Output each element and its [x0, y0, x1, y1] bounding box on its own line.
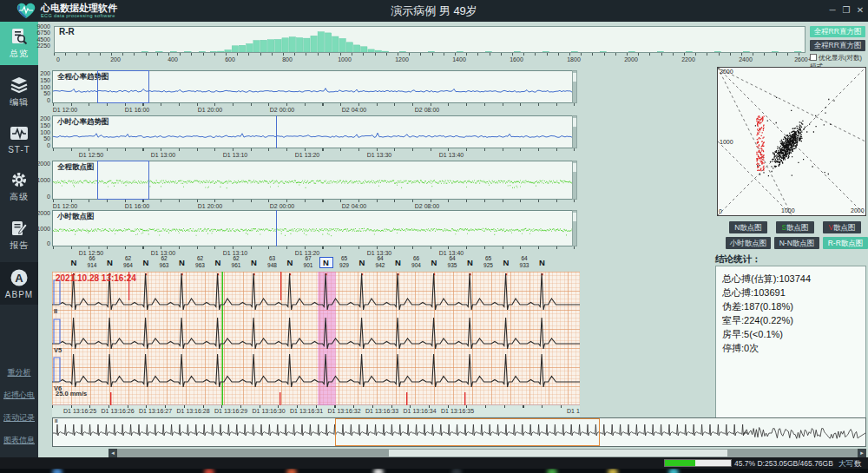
- trend-x-label: D1 20:00: [189, 203, 231, 209]
- trend-x-label: D1 13:30: [358, 152, 400, 158]
- beat-label[interactable]: N: [175, 258, 189, 267]
- sidebar-link-3[interactable]: 图表信息: [0, 435, 38, 446]
- os-taskbar-blur: [0, 469, 868, 473]
- scatter-button-3[interactable]: 小时散点图: [726, 237, 771, 249]
- beat-label[interactable]: N: [427, 258, 441, 267]
- trend-x-label: D1 12:00: [44, 107, 86, 113]
- trend-x-label: D2 08:00: [406, 203, 448, 209]
- time-label: D1 13:16:26: [102, 408, 135, 414]
- sidebar-item-abpm[interactable]: AABPM: [0, 262, 38, 305]
- sidebar-link-0[interactable]: 重分析: [0, 367, 38, 378]
- conclusion-stats-box: 总心搏(估算):103744总心搏:103691伪差:187(0.18%)室早:…: [715, 266, 866, 418]
- beat-label[interactable]: N: [67, 258, 81, 267]
- beat-label[interactable]: N: [391, 258, 405, 267]
- overview-selection-box[interactable]: [335, 418, 600, 446]
- scroll-left-icon[interactable]: ◂: [108, 449, 117, 457]
- taskbar-app-blob: [668, 469, 679, 473]
- poincare-y-tick: 1000: [720, 139, 733, 145]
- beat-label[interactable]: N: [536, 258, 549, 267]
- time-label: D1 13:16:35: [441, 408, 474, 414]
- time-label-truncated: D1 1: [567, 408, 580, 414]
- beat-label[interactable]: N: [499, 258, 513, 267]
- ecg-traces: IIV5V625.0 mm/s: [52, 272, 580, 405]
- checkbox-icon[interactable]: [810, 54, 817, 61]
- trend-y-tick: 1000: [19, 226, 50, 232]
- trend-x-ticks: [53, 246, 577, 249]
- beat-label[interactable]: N: [211, 258, 225, 267]
- taskbar-app-blob: [608, 469, 618, 473]
- beat-label[interactable]: N: [139, 258, 153, 267]
- disk-progress-bar: [664, 459, 732, 467]
- rr-histogram-panel[interactable]: [54, 26, 806, 53]
- trend-cursor-line: [276, 115, 277, 148]
- time-label: D1 13:16:32: [328, 408, 361, 414]
- histogram-y-tick: 4500: [17, 36, 50, 43]
- time-label: D1 13:16:28: [177, 408, 210, 414]
- sidebar-item-report[interactable]: 报告: [0, 214, 38, 257]
- trend-x-label: D1 20:00: [189, 107, 231, 113]
- beat-label[interactable]: N: [319, 257, 333, 268]
- beat-label[interactable]: N: [283, 258, 297, 267]
- histogram-x-tick: 1000: [332, 56, 357, 62]
- trend-mini-thumb[interactable]: [573, 118, 576, 127]
- scatter-button-2[interactable]: V散点图: [823, 221, 861, 233]
- sidebar-link-2[interactable]: 活动记录: [0, 412, 38, 424]
- trend-selection-box[interactable]: [97, 70, 149, 103]
- beat-rate-rr: 65925: [479, 255, 498, 269]
- scatter-button-4[interactable]: N-N散点图: [774, 237, 819, 249]
- trend-mini-scrollbar[interactable]: [572, 115, 577, 148]
- beat-label[interactable]: N: [464, 258, 477, 267]
- paper-speed-label: 25.0 mm/s: [56, 390, 87, 397]
- trend-y-tick: 150: [19, 122, 50, 128]
- close-icon[interactable]: ✕: [854, 4, 866, 16]
- trend-x-label: D1 12:50: [70, 152, 112, 158]
- trend-mini-scrollbar[interactable]: [572, 210, 577, 246]
- poincare-plot[interactable]: [717, 67, 866, 216]
- trend-mini-thumb[interactable]: [573, 213, 576, 221]
- stat-line-5: 停搏:0次: [722, 342, 759, 355]
- beat-label[interactable]: N: [247, 258, 261, 267]
- sidebar-item-label: ABPM: [0, 290, 38, 299]
- taskbar-app-blob: [286, 469, 297, 473]
- trend-mini-thumb[interactable]: [573, 163, 576, 172]
- trend-chart-3[interactable]: [52, 210, 577, 246]
- histogram-x-tick: 2000: [619, 56, 643, 62]
- histogram-x-tick: 2400: [733, 56, 758, 62]
- trend-mini-thumb[interactable]: [573, 73, 576, 82]
- ecg-software-window: 心电数据处理软件 ECG data processing software 演示…: [0, 0, 868, 473]
- full-rr-histogram-button[interactable]: 全程RR直方图: [810, 26, 865, 37]
- histogram-y-tick: 9000: [17, 23, 50, 30]
- status-bar: 45.7% D:253.05GB/465.76GB 大写 数字: [0, 457, 868, 469]
- beat-label[interactable]: N: [355, 258, 369, 267]
- trend-chart-title: 小时散点图: [57, 212, 95, 222]
- minimize-icon[interactable]: ─: [826, 4, 838, 16]
- beat-annotation-strip[interactable]: NNNNNNNNNNNNNN66914629646296362963629616…: [52, 255, 580, 272]
- full-rr-histogram-button-2[interactable]: 全程RR直方图: [810, 40, 865, 51]
- poincare-x-tick: 2000: [851, 207, 865, 214]
- beat-rate-rr: 62961: [227, 255, 246, 269]
- ecg-timestamp: 2021.10.28 13:16:24: [56, 273, 136, 283]
- scatter-button-0[interactable]: N散点图: [729, 221, 767, 233]
- beat-label[interactable]: N: [103, 258, 117, 267]
- trend-x-label: D2 04:00: [333, 203, 375, 209]
- trend-cursor-line: [276, 210, 277, 246]
- trend-mini-scrollbar[interactable]: [572, 70, 577, 103]
- sidebar-link-1[interactable]: 起搏心电: [0, 390, 38, 401]
- trend-mini-scrollbar[interactable]: [572, 161, 577, 200]
- scatter-button-5[interactable]: R-R散点图: [823, 237, 868, 249]
- trend-x-label: D2 00:00: [261, 107, 303, 113]
- maximize-icon[interactable]: ❐: [840, 4, 852, 16]
- scroll-right-icon[interactable]: ▸: [858, 449, 866, 457]
- sidebar-item-advanced[interactable]: 高级: [0, 165, 38, 208]
- trend-chart-1[interactable]: [52, 115, 577, 148]
- trend-y-tick: 1000: [19, 177, 50, 183]
- trend-y-tick: 0: [19, 240, 50, 246]
- beat-rate-rr: 63948: [263, 255, 282, 269]
- histogram-x-tick: 2200: [676, 56, 700, 62]
- scatter-button-1[interactable]: S散点图: [776, 221, 814, 233]
- horizontal-scrollbar[interactable]: ◂ ▸: [108, 449, 866, 457]
- overview-lead-label: II: [55, 418, 57, 424]
- overview-ecg-strip[interactable]: II: [52, 417, 866, 447]
- trend-selection-box[interactable]: [97, 161, 149, 200]
- scrollbar-thumb[interactable]: [389, 450, 727, 457]
